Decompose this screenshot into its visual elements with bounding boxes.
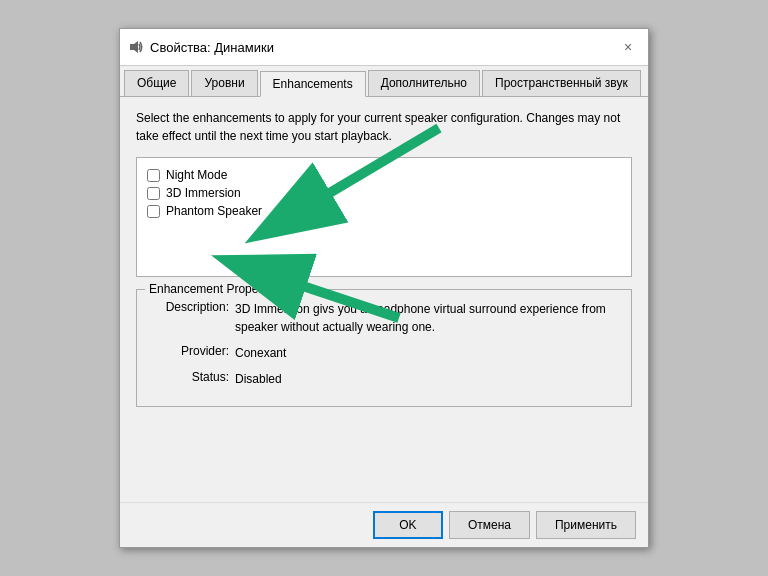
tab-spatial[interactable]: Пространственный звук: [482, 70, 641, 96]
description-value: 3D Immersion givs you a headphone virtua…: [235, 300, 619, 336]
provider-label: Provider:: [149, 344, 229, 362]
tab-advanced[interactable]: Дополнительно: [368, 70, 480, 96]
3d-immersion-label[interactable]: 3D Immersion: [166, 186, 241, 200]
svg-rect-0: [130, 44, 134, 50]
tab-enhancements[interactable]: Enhancements: [260, 71, 366, 97]
description-text: Select the enhancements to apply for you…: [136, 109, 632, 145]
close-button[interactable]: ×: [616, 35, 640, 59]
night-mode-label[interactable]: Night Mode: [166, 168, 227, 182]
description-label: Description:: [149, 300, 229, 336]
provider-value: Conexant: [235, 344, 619, 362]
tab-levels[interactable]: Уровни: [191, 70, 257, 96]
phantom-speaker-checkbox[interactable]: [147, 205, 160, 218]
speaker-icon: [128, 39, 144, 55]
ok-button[interactable]: OK: [373, 511, 443, 539]
enhancement-night-mode: Night Mode: [143, 166, 625, 184]
phantom-speaker-label[interactable]: Phantom Speaker: [166, 204, 262, 218]
status-label: Status:: [149, 370, 229, 388]
tab-bar: Общие Уровни Enhancements Дополнительно …: [120, 66, 648, 97]
svg-marker-1: [134, 41, 138, 53]
window-title: Свойства: Динамики: [150, 40, 274, 55]
status-value: Disabled: [235, 370, 619, 388]
enhancement-phantom-speaker: Phantom Speaker: [143, 202, 625, 220]
enhancement-3d-immersion: 3D Immersion: [143, 184, 625, 202]
prop-description-row: Description: 3D Immersion givs you a hea…: [149, 300, 619, 336]
footer: OK Отмена Применить: [120, 502, 648, 547]
night-mode-checkbox[interactable]: [147, 169, 160, 182]
enhancements-list: Night Mode 3D Immersion Phantom Speaker: [136, 157, 632, 277]
tab-content: Select the enhancements to apply for you…: [120, 97, 648, 502]
properties-group-label: Enhancement Properties: [145, 282, 285, 296]
prop-provider-row: Provider: Conexant: [149, 344, 619, 362]
properties-group: Enhancement Properties Description: 3D I…: [136, 289, 632, 407]
title-bar: Свойства: Динамики ×: [120, 29, 648, 66]
tab-general[interactable]: Общие: [124, 70, 189, 96]
3d-immersion-checkbox[interactable]: [147, 187, 160, 200]
prop-status-row: Status: Disabled: [149, 370, 619, 388]
cancel-button[interactable]: Отмена: [449, 511, 530, 539]
apply-button[interactable]: Применить: [536, 511, 636, 539]
